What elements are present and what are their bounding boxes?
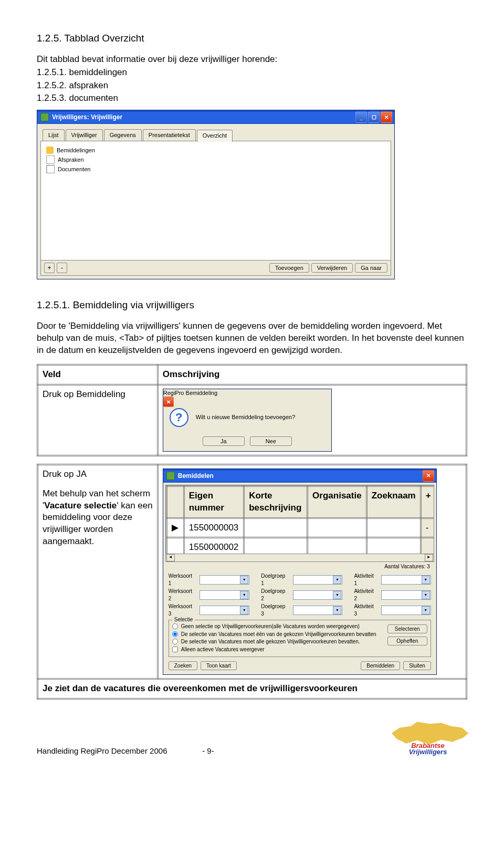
nee-button[interactable]: Nee xyxy=(250,436,292,446)
bemiddelen-button[interactable]: Bemiddelen xyxy=(361,661,400,670)
chevron-down-icon: ▼ xyxy=(333,576,341,584)
tab-gegevens[interactable]: Gegevens xyxy=(104,129,142,141)
sluiten-button[interactable]: Sluiten xyxy=(403,661,431,670)
logo-line2: Vrijwilligers xyxy=(388,749,467,755)
col-veld: Veld xyxy=(38,364,158,384)
volunteers-window: Vrijwilligers: Vrijwilliger _ ☐ ✕ Lijst … xyxy=(37,110,395,279)
filter-label: Aktiviteit 2 xyxy=(354,588,378,602)
ga-naar-button[interactable]: Ga naar xyxy=(355,263,387,273)
tree-node-afspraken[interactable]: Afspraken xyxy=(46,155,385,164)
question-icon: ? xyxy=(170,408,188,427)
selectie-groupbox: Selectie Geen selectie op Vrijwilligervo… xyxy=(169,620,431,657)
tab-overzicht[interactable]: Overzicht xyxy=(197,130,233,142)
filter-label: Werksoort 2 xyxy=(169,588,197,602)
active-only-checkbox[interactable] xyxy=(172,647,178,652)
col-organisatie: Organisatie xyxy=(308,486,367,518)
veld-omschrijving-table: Veld Omschrijving Druk op Bemiddeling Re… xyxy=(37,364,467,456)
app-icon xyxy=(166,472,175,480)
expand-button[interactable]: + xyxy=(44,263,55,273)
dialog-title: RegiPro Bemiddeling xyxy=(163,389,217,397)
count-label: Aantal Vacatures: 3 xyxy=(165,562,434,572)
row-desc: Met behulp van het scherm 'Vacature sele… xyxy=(43,488,153,548)
close-icon[interactable]: ✕ xyxy=(163,397,174,407)
doc-icon xyxy=(46,155,55,164)
brabantse-logo: Brabantse Vrijwilligers xyxy=(388,721,467,756)
werksoort2-select[interactable]: ▼ xyxy=(200,590,249,600)
minimize-icon[interactable]: _ xyxy=(355,111,367,123)
people-icon xyxy=(46,147,54,154)
subsection-heading: 1.2.5.1. Bemiddeling via vrijwilligers xyxy=(37,298,467,312)
col-zoeknaam: Zoeknaam xyxy=(366,486,421,518)
closing-note: Je ziet dan de vacatures die overeenkome… xyxy=(38,679,467,699)
zoeken-button[interactable]: Zoeken xyxy=(169,661,197,670)
filter-label: Doelgroep 2 xyxy=(261,588,289,602)
doc-icon xyxy=(46,165,55,173)
radio-label: De selectie van Vacatures moet één van d… xyxy=(181,631,376,638)
tab-vrijwilliger[interactable]: Vrijwilliger xyxy=(66,129,103,141)
aktiviteit2-select[interactable]: ▼ xyxy=(381,590,431,600)
radio-label: De selectie van Vacatures moet alle geko… xyxy=(181,638,360,645)
app-icon xyxy=(40,113,49,121)
opheffen-button[interactable]: Opheffen xyxy=(387,637,427,645)
close-icon[interactable]: ✕ xyxy=(381,111,392,123)
plus-col[interactable]: + xyxy=(421,486,434,518)
chevron-down-icon: ▼ xyxy=(422,606,430,614)
filter-label: Werksoort 3 xyxy=(169,603,197,617)
tree-node-bemiddelingen[interactable]: Bemiddelingen xyxy=(46,145,385,155)
footer-left: Handleiding RegiPro December 2006 xyxy=(37,746,167,755)
tree-label: Bemiddelingen xyxy=(57,147,95,154)
selectie-radio-one[interactable] xyxy=(172,631,178,637)
toevoegen-button[interactable]: Toevoegen xyxy=(269,263,309,273)
vacature-grid[interactable]: Eigen nummer Korte beschrijving Organisa… xyxy=(165,485,434,554)
grid-cell[interactable]: 1550000003 xyxy=(184,518,244,538)
tree-node-documenten[interactable]: Documenten xyxy=(46,164,385,174)
table-row-label: Druk op Bemiddeling xyxy=(38,384,158,455)
window-title: Vrijwilligers: Vrijwilliger xyxy=(52,113,122,121)
intro-paragraph: Dit tabblad bevat informatie over bij de… xyxy=(37,54,467,66)
maximize-icon[interactable]: ☐ xyxy=(368,111,380,123)
col-omschrijving: Omschrijving xyxy=(158,364,466,384)
chevron-down-icon: ▼ xyxy=(240,576,248,584)
col-eigennummer: Eigen nummer xyxy=(184,486,244,518)
filter-label: Aktiviteit 3 xyxy=(354,603,378,617)
filter-label: Werksoort 1 xyxy=(169,572,197,587)
tab-presentatietekst[interactable]: Presentatietekst xyxy=(143,129,196,141)
chevron-down-icon: ▼ xyxy=(422,591,430,599)
close-icon[interactable]: ✕ xyxy=(423,470,434,482)
checkbox-label: Alleen actieve Vacatures weergever xyxy=(181,646,265,653)
horizontal-scrollbar[interactable]: ◄ ► xyxy=(165,554,434,562)
selectie-radio-all[interactable] xyxy=(172,639,178,644)
doelgroep1-select[interactable]: ▼ xyxy=(293,575,343,585)
list-item: 1.2.5.1. bemiddelingen xyxy=(37,67,467,79)
col-kortebeschr: Korte beschrijving xyxy=(244,486,308,518)
chevron-down-icon: ▼ xyxy=(240,591,248,599)
selectie-radio-none[interactable] xyxy=(172,623,178,629)
ja-button[interactable]: Ja xyxy=(203,436,245,446)
aktiviteit1-select[interactable]: ▼ xyxy=(381,575,431,585)
section-heading: 1.2.5. Tabblad Overzicht xyxy=(37,32,467,45)
tree-label: Afspraken xyxy=(58,156,84,164)
list-item: 1.2.5.2. afspraken xyxy=(37,80,467,92)
werksoort3-select[interactable]: ▼ xyxy=(200,606,249,615)
tab-lijst[interactable]: Lijst xyxy=(43,129,65,141)
aktiviteit3-select[interactable]: ▼ xyxy=(381,606,431,615)
werksoort1-select[interactable]: ▼ xyxy=(200,575,249,585)
dialog-message: Wilt u nieuwe Bemiddeling toevoegen? xyxy=(196,413,296,421)
chevron-down-icon: ▼ xyxy=(240,606,248,614)
toonkaart-button[interactable]: Toon kaart xyxy=(201,661,237,670)
selecteren-button[interactable]: Selecteren xyxy=(387,624,427,633)
filter-label: Doelgroep 1 xyxy=(261,572,289,587)
grid-cell[interactable]: 1550000002 xyxy=(184,538,244,554)
verwijderen-button[interactable]: Verwijderen xyxy=(311,263,353,273)
window-title: Bemiddelen xyxy=(178,472,214,480)
doelgroep3-select[interactable]: ▼ xyxy=(293,606,343,615)
chevron-down-icon: ▼ xyxy=(333,591,341,599)
chevron-down-icon: ▼ xyxy=(422,576,430,584)
scroll-right-icon[interactable]: ► xyxy=(425,554,433,561)
collapse-button[interactable]: - xyxy=(57,263,67,273)
section2-paragraph: Door te 'Bemiddeling via vrijwilligers' … xyxy=(37,320,467,357)
scroll-left-icon[interactable]: ◄ xyxy=(166,554,175,561)
filter-label: Aktiviteit 1 xyxy=(354,572,378,587)
doelgroep2-select[interactable]: ▼ xyxy=(293,590,343,600)
list-item: 1.2.5.3. documenten xyxy=(37,92,467,105)
